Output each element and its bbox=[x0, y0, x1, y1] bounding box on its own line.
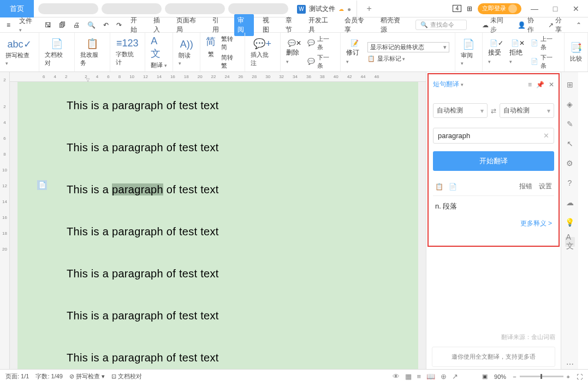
share-button[interactable]: ↗分享 bbox=[548, 16, 568, 34]
select-icon[interactable]: ↖ bbox=[565, 139, 575, 149]
word-count-button[interactable]: ≡123 字数统计 bbox=[110, 33, 146, 72]
maximize-button[interactable]: □ bbox=[548, 4, 563, 13]
view-outline-icon[interactable]: ≡ bbox=[417, 372, 421, 381]
target-lang-select[interactable]: 自动检测▾ bbox=[500, 103, 554, 118]
invite-fulltext-box[interactable]: 邀你使用全文翻译，支持更多语 bbox=[432, 347, 555, 367]
next-change-button[interactable]: 📄 下一条 bbox=[531, 54, 559, 70]
document-page[interactable]: 📄 This is a paragraph of test text This … bbox=[17, 82, 418, 369]
markup-state-select[interactable]: 显示标记的最终状态 bbox=[367, 42, 449, 52]
minimize-button[interactable]: — bbox=[527, 4, 542, 13]
badge[interactable]: 4 bbox=[453, 5, 461, 12]
insert-comment-button[interactable]: 💬+ 插入批注 bbox=[245, 33, 281, 72]
sync-status[interactable]: ☁未同步 bbox=[482, 16, 510, 34]
word-count[interactable]: 字数: 1/49 bbox=[35, 372, 63, 381]
clear-input-icon[interactable]: ✕ bbox=[543, 132, 549, 140]
prev-change-button[interactable]: 📄 上一条 bbox=[531, 35, 559, 51]
menu-icon[interactable]: ≡ bbox=[528, 81, 532, 88]
doc-compare-button[interactable]: 📄 文档校对 bbox=[39, 33, 75, 72]
background-tab[interactable] bbox=[228, 3, 288, 14]
more-definitions-link[interactable]: 更多释义 > bbox=[433, 217, 554, 230]
bulb-icon[interactable]: 💡 bbox=[565, 217, 575, 227]
translate-button[interactable]: A文 翻译 bbox=[145, 33, 173, 72]
close-button[interactable]: ✕ bbox=[568, 4, 584, 13]
background-tab[interactable] bbox=[165, 3, 225, 14]
undo-icon[interactable]: ↶ bbox=[103, 21, 109, 29]
approve-service-button[interactable]: 📋 批改服务 bbox=[75, 33, 110, 72]
view-page-icon[interactable]: ▦ bbox=[405, 372, 412, 381]
background-tab[interactable] bbox=[38, 3, 98, 14]
paragraph[interactable]: This is a paragraph of test text bbox=[67, 225, 369, 238]
view-read-icon[interactable]: 📖 bbox=[426, 372, 435, 381]
report-error-button[interactable]: 报错 bbox=[519, 182, 532, 191]
revise-button[interactable]: 📝 修订 bbox=[346, 39, 363, 65]
fullscreen-icon[interactable]: ⛶ bbox=[577, 373, 583, 380]
main-area: 2 24 68 1012 1416 1820 64 2 24 68 1012 1… bbox=[0, 72, 588, 369]
edit-icon[interactable]: ✎ bbox=[565, 119, 575, 129]
panel-title[interactable]: 短句翻译 bbox=[433, 80, 464, 89]
copy-source-icon[interactable]: 📋 bbox=[435, 183, 443, 191]
paragraph[interactable]: This is a paragraph of test text bbox=[67, 99, 369, 112]
start-translate-button[interactable]: 开始翻译 bbox=[433, 151, 554, 171]
zoom-out-button[interactable]: − bbox=[513, 373, 516, 380]
reject-button[interactable]: 📄✕ 拒绝 bbox=[509, 39, 526, 65]
pin-icon[interactable]: 📌 bbox=[536, 81, 544, 88]
paragraph[interactable]: This is a paragraph of test text bbox=[67, 352, 369, 364]
delete-comment-button[interactable]: 💬✕ 删除 bbox=[286, 39, 303, 65]
zoom-in-button[interactable]: + bbox=[567, 373, 570, 380]
paragraph[interactable]: This is a paragraph of test text bbox=[67, 141, 369, 154]
read-aloud-button[interactable]: A)) 朗读 bbox=[173, 33, 200, 72]
selected-text[interactable]: paragraph bbox=[112, 183, 163, 195]
status-bar: 页面: 1/1 字数: 1/49 ⊘ 拼写检查 ▾ ⊡ 文档校对 👁 ▦ ≡ 📖… bbox=[0, 369, 588, 383]
hamburger-icon[interactable]: ≡ bbox=[7, 21, 10, 29]
translate-input[interactable]: paragraph ✕ bbox=[433, 128, 554, 144]
simp-to-trad-button[interactable]: 简转繁 bbox=[221, 54, 239, 70]
compare-button[interactable]: 📑 比较 bbox=[565, 33, 588, 72]
preview-icon[interactable]: 🔍 bbox=[87, 21, 96, 29]
help-icon[interactable]: ? bbox=[565, 178, 575, 188]
zoom-fit-icon[interactable]: ▣ bbox=[482, 373, 488, 380]
saveas-icon[interactable]: 🗐 bbox=[59, 21, 66, 29]
source-lang-select[interactable]: 自动检测▾ bbox=[433, 103, 488, 118]
redo-icon[interactable]: ↷ bbox=[116, 21, 122, 29]
command-search[interactable]: 🔍 查找命令 bbox=[415, 20, 467, 30]
show-markup-button[interactable]: 📋 显示标记 bbox=[367, 55, 449, 63]
paragraph[interactable]: This is a paragraph of test text bbox=[67, 183, 369, 196]
copy-result-icon[interactable]: 📄 bbox=[449, 183, 457, 191]
spell-check-status[interactable]: ⊘ 拼写检查 ▾ bbox=[69, 372, 105, 381]
spell-check-button[interactable]: abc✓ 拼写检查 bbox=[0, 33, 39, 72]
apps-icon[interactable]: ⊞ bbox=[467, 5, 472, 13]
swap-lang-icon[interactable]: ⇄ bbox=[491, 107, 496, 115]
settings-icon[interactable]: ⚙ bbox=[565, 158, 575, 168]
close-panel-icon[interactable]: ✕ bbox=[549, 81, 554, 88]
collapse-ribbon[interactable]: ⌃ bbox=[576, 21, 581, 29]
page-indicator[interactable]: 页面: 1/1 bbox=[5, 372, 29, 381]
paragraph[interactable]: This is a paragraph of test text bbox=[67, 268, 369, 280]
zoom-value[interactable]: 90% bbox=[494, 373, 506, 380]
view-web-icon[interactable]: ⊕ bbox=[441, 372, 447, 381]
translate-rail-icon[interactable]: A文 bbox=[565, 237, 575, 247]
styles-icon[interactable]: ◈ bbox=[565, 99, 575, 109]
next-comment-button[interactable]: 💬 下一条 bbox=[307, 54, 335, 70]
trad-to-simp-button[interactable]: 繁转简 bbox=[221, 35, 239, 51]
zoom-slider[interactable] bbox=[520, 376, 563, 377]
paragraph-marker-icon[interactable]: 📄 bbox=[37, 180, 47, 190]
review-button[interactable]: 📄 审阅 bbox=[455, 33, 483, 72]
save-icon[interactable]: 🖫 bbox=[45, 21, 51, 29]
print-icon[interactable]: 🖨 bbox=[73, 21, 80, 29]
file-menu[interactable]: 文件 bbox=[18, 15, 37, 35]
view-print-icon[interactable]: ↗ bbox=[452, 372, 458, 381]
focus-mode-icon[interactable]: 👁 bbox=[393, 372, 400, 381]
background-tab[interactable] bbox=[102, 3, 162, 14]
settings-button[interactable]: 设置 bbox=[539, 182, 552, 191]
cloud-icon[interactable]: ☁ bbox=[565, 198, 575, 207]
page-viewport[interactable]: 📄 This is a paragraph of test text This … bbox=[10, 82, 426, 369]
new-tab-button[interactable]: + bbox=[360, 4, 378, 14]
toc-icon[interactable]: ⊞ bbox=[565, 80, 575, 90]
paragraph[interactable]: This is a paragraph of test text bbox=[67, 310, 369, 322]
proofread-status[interactable]: ⊡ 文档校对 bbox=[111, 372, 142, 381]
more-icon[interactable]: ⋯ bbox=[565, 359, 575, 369]
accept-button[interactable]: 📄✓ 接受 bbox=[488, 39, 505, 65]
login-button[interactable]: 立即登录 bbox=[478, 3, 521, 14]
prev-comment-button[interactable]: 💬 上一条 bbox=[307, 35, 335, 51]
collab-button[interactable]: 👤协作 bbox=[518, 16, 541, 34]
